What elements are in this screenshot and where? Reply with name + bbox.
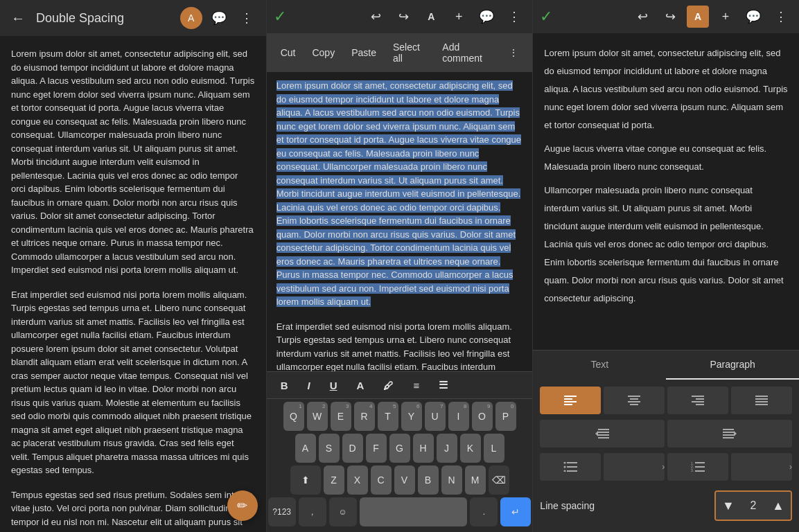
p3-comment-icon[interactable]: 💬: [742, 6, 764, 28]
key-r[interactable]: 4R: [354, 402, 375, 431]
comma-key[interactable]: ,: [299, 497, 326, 526]
key-a[interactable]: A: [295, 434, 316, 463]
underline-button[interactable]: U: [324, 377, 343, 394]
svg-rect-2: [564, 401, 577, 402]
key-u[interactable]: 7U: [425, 402, 446, 431]
key-t[interactable]: 5T: [378, 402, 398, 431]
emoji-key[interactable]: ☺: [329, 497, 357, 526]
key-l[interactable]: L: [484, 434, 504, 463]
delete-key[interactable]: ⌫: [489, 466, 509, 495]
bold-button[interactable]: B: [275, 377, 294, 394]
svg-rect-29: [567, 466, 577, 468]
key-w[interactable]: 2W: [307, 402, 328, 431]
context-more-icon[interactable]: ⋮: [502, 43, 525, 62]
panel1-topbar: ← Double Spacing A 💬 ⋮: [0, 0, 266, 36]
select-all-button[interactable]: Select all: [386, 37, 432, 68]
key-d[interactable]: D: [342, 434, 363, 463]
key-o[interactable]: 9O: [472, 402, 493, 431]
cut-button[interactable]: Cut: [274, 43, 303, 62]
font-color-button[interactable]: A: [351, 377, 370, 394]
align-right-btn[interactable]: [667, 387, 728, 414]
key-s[interactable]: S: [319, 434, 340, 463]
more-icon-p2[interactable]: ⋮: [503, 6, 525, 28]
panel3-topbar: ✓ ↩ ↪ A + 💬 ⋮: [533, 0, 799, 33]
key-i[interactable]: 8I: [448, 402, 469, 431]
key-q[interactable]: 1Q: [283, 402, 304, 431]
p3-check-icon[interactable]: ✓: [540, 8, 552, 26]
back-icon[interactable]: ←: [8, 8, 28, 29]
align-center-btn[interactable]: [604, 387, 665, 414]
svg-rect-8: [692, 396, 704, 397]
line-spacing-decrease-btn[interactable]: ▼: [716, 492, 741, 520]
indent-increase-btn[interactable]: [667, 420, 792, 447]
p3-more-icon[interactable]: ⋮: [770, 6, 792, 28]
key-m[interactable]: M: [465, 466, 486, 495]
key-h[interactable]: H: [413, 434, 434, 463]
redo-icon[interactable]: ↪: [392, 6, 414, 28]
align-left-btn[interactable]: [540, 387, 601, 414]
align-justify-btn[interactable]: [731, 387, 792, 414]
tab-text[interactable]: Text: [533, 351, 666, 380]
key-z[interactable]: Z: [324, 466, 344, 495]
key-c[interactable]: C: [371, 466, 392, 495]
bullet-list-chevron[interactable]: ›: [604, 453, 665, 481]
svg-rect-35: [695, 466, 705, 468]
numbered-list-btn[interactable]: 1. 2. 3.: [667, 453, 728, 481]
numbered-list-chevron[interactable]: ›: [731, 453, 792, 481]
add-icon[interactable]: +: [448, 6, 470, 28]
key-g[interactable]: G: [389, 434, 410, 463]
svg-rect-17: [598, 432, 609, 433]
period-key[interactable]: .: [470, 497, 498, 526]
key-n[interactable]: N: [441, 466, 462, 495]
paste-button[interactable]: Paste: [344, 43, 383, 62]
key-x[interactable]: X: [347, 466, 368, 495]
shift-key[interactable]: ⬆: [290, 466, 321, 495]
copy-button[interactable]: Copy: [305, 43, 342, 62]
list-button[interactable]: ☰: [433, 376, 453, 394]
panel1-text-area[interactable]: Lorem ipsum dolor sit amet, consectetur …: [0, 36, 266, 532]
p3-redo-icon[interactable]: ↪: [659, 6, 681, 28]
comment-icon[interactable]: 💬: [208, 7, 230, 29]
comment-icon-p2[interactable]: 💬: [475, 6, 498, 28]
num-key[interactable]: ?123: [268, 497, 296, 526]
edit-fab[interactable]: ✏: [227, 490, 258, 521]
space-key[interactable]: [360, 497, 468, 526]
highlight-button[interactable]: 🖊: [378, 377, 399, 394]
italic-button[interactable]: I: [302, 377, 316, 394]
align-button[interactable]: ≡: [407, 377, 425, 394]
svg-rect-7: [630, 404, 638, 405]
text-format-icon[interactable]: A: [420, 6, 442, 28]
key-k[interactable]: K: [460, 434, 481, 463]
indent-decrease-btn[interactable]: [540, 420, 665, 447]
svg-rect-1: [564, 398, 572, 400]
svg-text:3.: 3.: [691, 468, 694, 472]
key-e[interactable]: 3E: [331, 402, 351, 431]
p3-add-icon[interactable]: +: [714, 6, 737, 28]
svg-point-28: [564, 466, 566, 468]
svg-rect-9: [696, 398, 704, 400]
bullet-list-btn[interactable]: [540, 453, 601, 481]
p3-undo-icon[interactable]: ↩: [631, 6, 653, 28]
svg-rect-4: [628, 396, 640, 397]
more-icon[interactable]: ⋮: [236, 7, 258, 29]
svg-point-30: [564, 470, 566, 472]
key-f[interactable]: F: [366, 434, 387, 463]
p3-text-format-icon[interactable]: A: [687, 6, 709, 28]
key-y[interactable]: 6Y: [401, 402, 422, 431]
undo-icon[interactable]: ↩: [365, 6, 387, 28]
key-j[interactable]: J: [437, 434, 457, 463]
p3-text-block: Lorem ipsum dolor sit amet, consectetur …: [544, 44, 788, 134]
tab-paragraph[interactable]: Paragraph: [666, 351, 799, 380]
panel3-text-area[interactable]: Lorem ipsum dolor sit amet, consectetur …: [533, 33, 799, 350]
avatar[interactable]: A: [180, 7, 202, 29]
panel2-text-area[interactable]: Lorem ipsum dolor sit amet, consectetur …: [267, 72, 533, 371]
key-b[interactable]: B: [418, 466, 439, 495]
line-spacing-increase-btn[interactable]: ▲: [766, 492, 791, 520]
p3-text-block-3: Ullamcorper malesuada proin libero nunc …: [544, 181, 788, 308]
key-v[interactable]: V: [394, 466, 415, 495]
check-icon[interactable]: ✓: [274, 8, 286, 26]
svg-rect-3: [564, 404, 572, 405]
enter-key[interactable]: ↵: [500, 497, 531, 526]
add-comment-button[interactable]: Add comment: [435, 37, 499, 68]
key-p[interactable]: 0P: [495, 402, 516, 431]
